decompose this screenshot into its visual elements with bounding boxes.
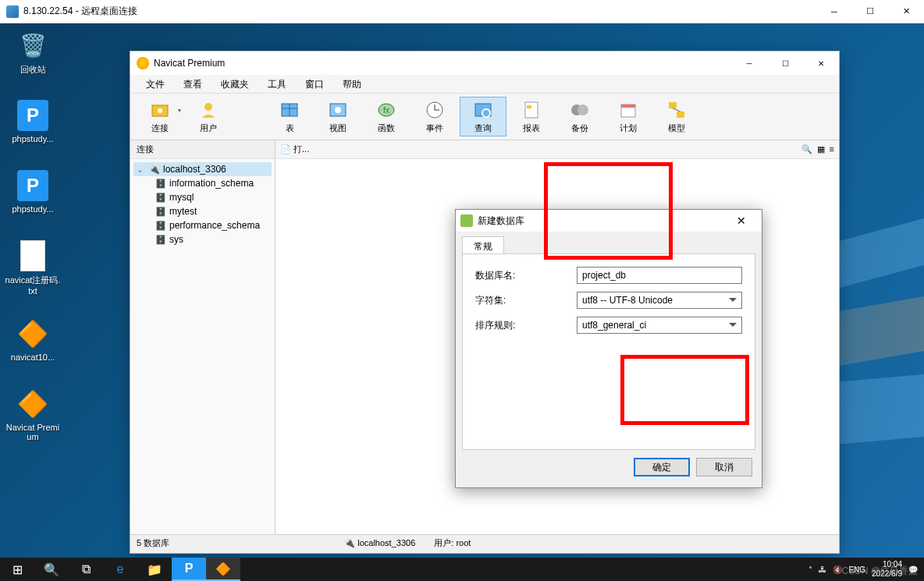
desktop-icon-phpstudy-1[interactable]: phpstudy...	[5, 100, 61, 143]
desktop-icon-recycle-bin[interactable]: 回收站	[5, 30, 61, 76]
dialog-tab-general[interactable]: 常规	[462, 236, 504, 253]
tree-database[interactable]: information_schema	[133, 176, 272, 190]
tray-notifications-icon[interactable]: 💬	[908, 565, 918, 574]
svg-rect-22	[677, 112, 684, 118]
toolbar-report[interactable]: 报表	[508, 97, 555, 136]
desktop-icon-navicat-premium[interactable]: Navicat Premium	[5, 388, 61, 441]
rdp-titlebar: 8.130.22.54 - 远程桌面连接 ─ ☐ ✕	[0, 0, 924, 23]
rdp-close-button[interactable]: ✕	[888, 0, 924, 23]
phpstudy-icon	[17, 170, 48, 201]
content-toolbar: 📄 打... 🔍 ▦ ≡	[275, 140, 839, 159]
taskbar-navicat[interactable]: 🔶	[206, 558, 240, 581]
text-file-icon	[20, 240, 45, 271]
desktop-icon-navicat10[interactable]: navicat10...	[5, 318, 61, 362]
navicat-content: 📄 打... 🔍 ▦ ≡ 新建数据库 ✕	[275, 140, 839, 534]
svg-rect-15	[525, 102, 538, 118]
desktop-icon-label: 回收站	[5, 64, 61, 76]
navicat-maximize-button[interactable]: ☐	[767, 51, 803, 75]
select-charset[interactable]: utf8 -- UTF-8 Unicode	[577, 292, 742, 309]
tray-volume-icon[interactable]: 🔇	[833, 565, 842, 574]
expand-icon[interactable]: ⌄	[137, 165, 146, 174]
desktop-icon-label: phpstudy...	[5, 134, 61, 143]
navicat-sidebar: 连接 ⌄ localhost_3306 information_schema m…	[130, 140, 275, 534]
svg-point-1	[158, 108, 162, 113]
toolbar-view[interactable]: 视图	[315, 97, 361, 136]
menu-tools[interactable]: 工具	[258, 75, 296, 93]
input-dbname[interactable]	[577, 267, 742, 284]
menu-favorites[interactable]: 收藏夹	[211, 75, 258, 93]
content-open-btn[interactable]: 📄 打...	[280, 143, 309, 155]
navicat-minimize-button[interactable]: ─	[731, 51, 767, 75]
desktop-icon-txt-file[interactable]: navicat注册码.txt	[5, 240, 61, 296]
tray-up-icon[interactable]: ˄	[808, 565, 812, 574]
navicat-statusbar: 5 数据库 🔌 localhost_3306 用户: root	[130, 534, 839, 551]
connection-tree: ⌄ localhost_3306 information_schema mysq…	[130, 159, 275, 534]
connection-icon	[149, 164, 160, 175]
menu-file[interactable]: 文件	[137, 75, 174, 93]
svg-point-2	[204, 103, 212, 111]
search-button[interactable]: 🔍	[34, 558, 69, 581]
dialog-close-button[interactable]: ✕	[726, 214, 757, 227]
search-icon[interactable]: 🔍	[801, 144, 812, 154]
tree-connection[interactable]: ⌄ localhost_3306	[133, 162, 272, 176]
toolbar-model[interactable]: 模型	[653, 97, 700, 136]
status-user: 用户: root	[434, 537, 471, 549]
toolbar-table[interactable]: 表	[266, 97, 313, 136]
select-collation[interactable]: utf8_general_ci	[577, 317, 742, 334]
toolbar-connection[interactable]: 连接	[137, 97, 183, 136]
recycle-bin-icon	[17, 30, 48, 61]
desktop-icon-label: navicat10...	[5, 352, 61, 362]
phpstudy-icon	[17, 100, 48, 131]
navicat-app-icon	[137, 57, 149, 69]
tree-database[interactable]: mysql	[133, 190, 272, 204]
status-db-count: 5 数据库	[137, 537, 169, 549]
menu-window[interactable]: 窗口	[296, 75, 333, 93]
navicat-icon	[17, 388, 48, 420]
svg-line-23	[673, 108, 681, 112]
svg-rect-16	[527, 105, 531, 108]
tree-database[interactable]: performance_schema	[133, 218, 272, 232]
task-view-button[interactable]: ⧉	[69, 558, 103, 581]
toolbar-schedule[interactable]: 计划	[605, 97, 652, 136]
tree-database[interactable]: mytest	[133, 204, 272, 218]
dialog-cancel-button[interactable]: 取消	[696, 458, 752, 476]
menu-help[interactable]: 帮助	[333, 75, 371, 93]
taskbar-ie[interactable]: e	[103, 558, 137, 581]
taskbar-phpstudy[interactable]: P	[172, 558, 206, 581]
svg-rect-20	[621, 105, 635, 108]
toolbar-user[interactable]: 用户	[185, 97, 232, 136]
remote-desktop: 回收站 phpstudy... phpstudy... navicat注册码.t…	[0, 23, 924, 558]
connection-name: localhost_3306	[163, 164, 226, 175]
menu-view[interactable]: 查看	[174, 75, 211, 93]
toolbar-event[interactable]: 事件	[411, 97, 458, 136]
rdp-maximize-button[interactable]: ☐	[852, 0, 888, 23]
database-icon	[155, 234, 166, 245]
label-collation: 排序规则:	[475, 319, 577, 332]
tree-database[interactable]: sys	[133, 232, 272, 246]
toolbar-query[interactable]: 查询	[460, 97, 506, 136]
windows-taskbar: ⊞ 🔍 ⧉ e 📁 P 🔶 ˄ 🖧 🔇 ENG 10:04 2022/6/9 💬	[0, 558, 924, 581]
toolbar-function[interactable]: fx函数	[363, 97, 410, 136]
new-database-dialog: 新建数据库 ✕ 常规 数据库名: 字符集:	[455, 209, 762, 488]
tray-clock[interactable]: 10:04 2022/6/9	[872, 560, 902, 579]
start-button[interactable]: ⊞	[0, 558, 34, 581]
status-connection: 🔌 localhost_3306	[344, 538, 415, 548]
toolbar-backup[interactable]: 备份	[556, 97, 603, 136]
navicat-menubar: 文件 查看 收藏夹 工具 窗口 帮助	[130, 75, 839, 94]
taskbar-explorer[interactable]: 📁	[137, 558, 172, 581]
grid-icon[interactable]: ▦	[817, 144, 825, 154]
rdp-minimize-button[interactable]: ─	[816, 0, 852, 23]
tray-lang[interactable]: ENG	[848, 565, 865, 574]
navicat-close-button[interactable]: ✕	[803, 51, 839, 75]
dialog-ok-button[interactable]: 确定	[634, 458, 690, 476]
tray-network-icon[interactable]: 🖧	[819, 565, 826, 574]
sidebar-header: 连接	[130, 140, 275, 159]
list-icon[interactable]: ≡	[830, 144, 834, 154]
dialog-titlebar: 新建数据库 ✕	[456, 210, 762, 232]
database-dialog-icon	[460, 214, 473, 227]
navicat-title: Navicat Premium	[154, 58, 225, 69]
label-dbname: 数据库名:	[475, 269, 577, 282]
svg-point-18	[578, 105, 588, 115]
navicat-window: Navicat Premium ─ ☐ ✕ 文件 查看 收藏夹 工具 窗口 帮助…	[130, 51, 840, 554]
desktop-icon-phpstudy-2[interactable]: phpstudy...	[5, 170, 61, 214]
